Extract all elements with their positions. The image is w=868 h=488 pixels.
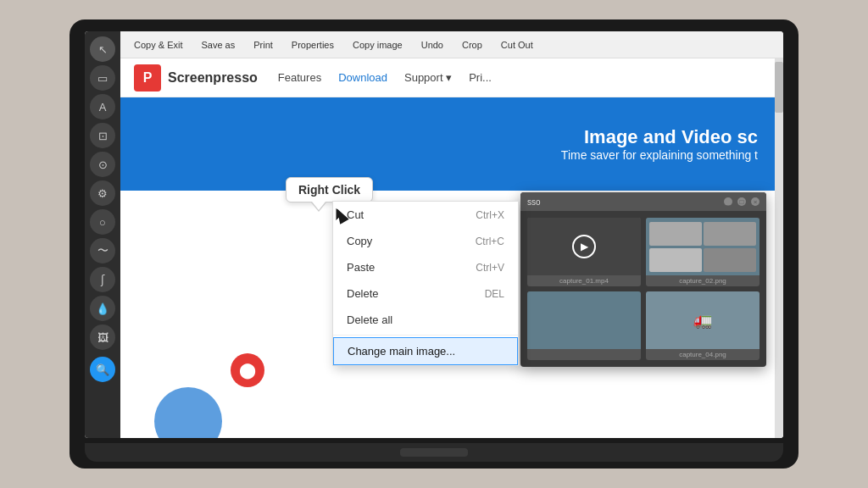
thumb-truck[interactable]: 🚛 capture_04.png — [646, 291, 760, 360]
logo-letter: P — [143, 70, 153, 86]
thumb-video[interactable]: ▶ capture_01.mp4 — [527, 218, 641, 286]
thumb-screenshot[interactable]: capture_02.png — [646, 218, 760, 286]
panel-maximize[interactable]: □ — [737, 197, 746, 206]
context-cut[interactable]: Cut Ctrl+X — [333, 202, 518, 228]
screen-content: ↖ ▭ A ⊡ ⊙ ⚙ ○ 〜 ʃ 💧 🖼 🔍 Copy & Exit Save… — [85, 31, 783, 438]
paste-label: Paste — [347, 261, 375, 274]
toolbar-drop[interactable]: 💧 — [90, 296, 115, 321]
laptop-base — [85, 443, 783, 462]
toolbar-search[interactable]: 🔍 — [90, 357, 115, 382]
right-click-tooltip: Right Click — [286, 177, 373, 202]
toolbar-rect[interactable]: ▭ — [90, 65, 115, 91]
mouse-cursor — [336, 208, 346, 223]
toolbar-hook[interactable]: ʃ — [90, 267, 115, 292]
hero-title: Image and Video sc — [584, 126, 758, 148]
toolbar-text[interactable]: A — [90, 94, 115, 119]
crop-btn[interactable]: Crop — [453, 38, 491, 52]
mini-img-1 — [649, 222, 702, 246]
left-toolbar: ↖ ▭ A ⊡ ⊙ ⚙ ○ 〜 ʃ 💧 🖼 🔍 — [85, 31, 120, 438]
play-button[interactable]: ▶ — [572, 235, 596, 258]
thumb-img-2 — [646, 218, 760, 275]
panel-close[interactable]: × — [751, 197, 760, 206]
toolbar-target[interactable]: ⊙ — [90, 152, 115, 177]
delete-label: Delete — [347, 287, 379, 300]
toolbar-tool[interactable]: ⚙ — [90, 180, 115, 206]
laptop-screen: ↖ ▭ A ⊡ ⊙ ⚙ ○ 〜 ʃ 💧 🖼 🔍 Copy & Exit Save… — [85, 31, 783, 438]
delete-shortcut: DEL — [485, 288, 504, 300]
panel-title-bar: sso _ □ × — [520, 192, 766, 211]
nav-download[interactable]: Download — [338, 71, 387, 84]
thumb-multi[interactable] — [527, 291, 641, 360]
context-change-main[interactable]: Change main image... — [333, 337, 518, 365]
hero-subtitle: Time saver for explaining something t — [561, 148, 758, 162]
nav-more[interactable]: Pri... — [469, 71, 492, 84]
panel-controls: _ □ × — [724, 197, 760, 206]
website-content: P Screenpresso Features Download Support… — [120, 58, 783, 438]
panel-thumbnails: ▶ capture_01.mp4 — [520, 211, 766, 367]
paste-shortcut: Ctrl+V — [476, 262, 504, 274]
mini-img-3 — [649, 248, 702, 272]
toolbar-wave[interactable]: 〜 — [90, 238, 115, 263]
cut-shortcut: Ctrl+X — [476, 209, 504, 221]
top-toolbar: Copy & Exit Save as Print Properties Cop… — [120, 31, 783, 58]
nav-features[interactable]: Features — [278, 71, 321, 84]
context-paste[interactable]: Paste Ctrl+V — [333, 254, 518, 280]
thumb-label-1: capture_01.mp4 — [527, 275, 641, 286]
context-copy[interactable]: Copy Ctrl+C — [333, 228, 518, 254]
record-button[interactable]: ⬤ — [231, 353, 264, 387]
thumb-label-2: capture_02.png — [646, 275, 760, 286]
save-as-btn[interactable]: Save as — [192, 38, 243, 52]
nav-bar: P Screenpresso Features Download Support… — [120, 58, 783, 97]
panel-minimize[interactable]: _ — [724, 197, 732, 206]
toolbar-camera[interactable]: ⊡ — [90, 123, 115, 148]
cut-label: Cut — [347, 208, 364, 221]
mini-img-4 — [704, 248, 756, 272]
scrollbar-thumb[interactable] — [775, 62, 783, 113]
logo-icon: P — [134, 64, 161, 92]
copy-exit-btn[interactable]: Copy & Exit — [125, 38, 191, 52]
thumb-label-3 — [527, 349, 641, 352]
nav-logo: P Screenpresso — [134, 64, 258, 92]
context-menu: Cut Ctrl+X Copy Ctrl+C Paste Ctrl+V De — [332, 201, 519, 366]
toolbar-image[interactable]: 🖼 — [90, 324, 115, 350]
mini-img-2 — [704, 222, 756, 246]
blue-circle-decoration — [154, 387, 222, 438]
context-delete-all[interactable]: Delete all — [333, 307, 518, 333]
scrollbar[interactable] — [775, 58, 783, 438]
thumb-label-4: capture_04.png — [646, 349, 760, 360]
tooltip-label: Right Click — [298, 183, 360, 197]
properties-btn[interactable]: Properties — [283, 38, 342, 52]
trackpad[interactable] — [400, 448, 468, 457]
delete-all-label: Delete all — [347, 313, 392, 326]
context-delete[interactable]: Delete DEL — [333, 280, 518, 307]
change-main-label: Change main image... — [348, 345, 455, 358]
panel-title: sso — [527, 197, 541, 207]
main-content: Copy & Exit Save as Print Properties Cop… — [120, 31, 783, 438]
context-menu-divider — [333, 335, 518, 336]
cutout-btn[interactable]: Cut Out — [492, 38, 542, 52]
toolbar-arrow[interactable]: ↖ — [90, 36, 115, 62]
undo-btn[interactable]: Undo — [413, 38, 452, 52]
print-btn[interactable]: Print — [245, 38, 281, 52]
thumb-img-3 — [527, 291, 641, 349]
svg-marker-0 — [336, 208, 346, 224]
copy-shortcut: Ctrl+C — [476, 236, 504, 247]
hero-section: Image and Video sc Time saver for explai… — [120, 97, 783, 191]
nav-support[interactable]: Support ▾ — [404, 71, 452, 84]
screenshot-panel: sso _ □ × ▶ — [520, 192, 766, 367]
thumb-img-4: 🚛 — [646, 291, 760, 349]
laptop-shell: ↖ ▭ A ⊡ ⊙ ⚙ ○ 〜 ʃ 💧 🖼 🔍 Copy & Exit Save… — [70, 19, 798, 469]
copy-image-btn[interactable]: Copy image — [344, 38, 411, 52]
brand-name: Screenpresso — [168, 70, 258, 86]
nav-links: Features Download Support ▾ Pri... — [278, 71, 492, 84]
copy-label: Copy — [347, 235, 372, 247]
toolbar-ellipse[interactable]: ○ — [90, 209, 115, 235]
